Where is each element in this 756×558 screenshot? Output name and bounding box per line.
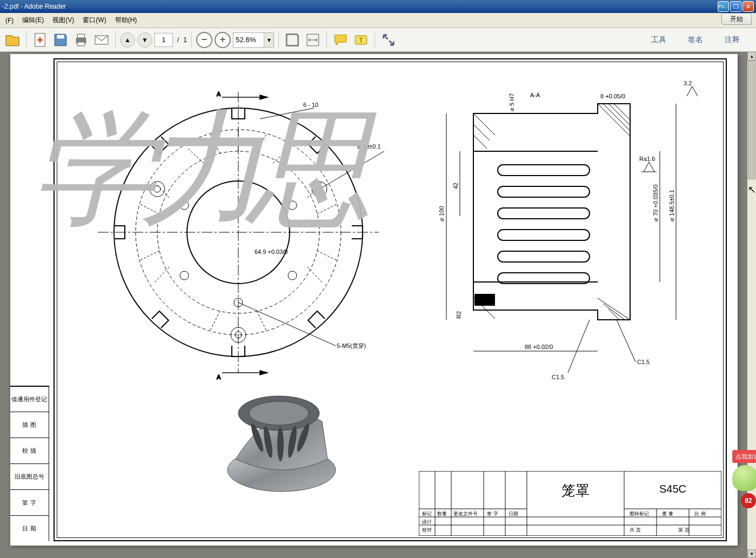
svg-line-69 [608,104,630,125]
svg-text:⌀ 10±0.1: ⌀ 10±0.1 [357,143,381,150]
svg-line-28 [257,134,266,153]
svg-text:⌀ 148.5±0.1: ⌀ 148.5±0.1 [668,190,675,221]
zoom-combo[interactable]: ▾ [233,32,274,48]
svg-text:图样标记: 图样标记 [630,511,649,516]
close-button[interactable]: ✕ [742,1,754,12]
minimize-button[interactable]: Po... [718,1,729,12]
svg-text:Ra1.6: Ra1.6 [639,156,655,162]
widget-bubble[interactable]: 点我加速 [732,450,756,463]
svg-marker-42 [260,95,267,99]
front-view: A A ⌀ 10±0.1 6 - 10 64.9 +0.03/0 5-M5(贯穿… [87,81,390,384]
svg-line-52 [238,302,336,346]
svg-rect-59 [498,186,590,197]
fit-width-button[interactable] [304,31,322,49]
highlight-button[interactable]: T [352,31,370,49]
svg-line-47 [319,151,384,189]
save-copy-button[interactable] [283,31,302,49]
svg-text:6 - 10: 6 - 10 [303,102,318,108]
side-row: 旧底图总号 [10,463,49,489]
zoom-dropdown[interactable]: ▾ [264,33,273,47]
svg-line-37 [307,267,323,283]
menu-window[interactable]: 窗口(W) [78,14,110,27]
window-title: -2.pdf - Adobe Reader [2,3,718,10]
document-viewport[interactable]: A A ⌀ 10±0.1 6 - 10 64.9 +0.03/0 5-M5(贯穿… [0,52,747,558]
svg-text:日期: 日期 [509,511,518,516]
svg-point-23 [180,271,189,280]
svg-text:数量: 数量 [437,511,447,516]
window-titlebar: -2.pdf - Adobe Reader Po... ❐ ✕ [0,0,756,13]
page-total: 1 [183,36,187,44]
svg-text:⌀ 70 +0.035/0: ⌀ 70 +0.035/0 [652,185,659,221]
accelerator-widget[interactable]: 点我加速 82 [732,450,756,515]
svg-text:42: 42 [452,183,459,189]
save-button[interactable] [51,31,70,49]
widget-badge[interactable]: 82 [741,493,756,508]
svg-text:笼罩: 笼罩 [561,483,590,499]
svg-line-88 [617,320,635,362]
menu-help[interactable]: 帮助(H) [111,14,142,27]
page-up-button[interactable]: ▲ [120,32,135,48]
scroll-thumb[interactable] [748,60,755,179]
svg-rect-3 [77,34,84,38]
print-button[interactable] [72,31,90,49]
create-pdf-button[interactable] [31,31,49,49]
svg-text:C1.5: C1.5 [637,359,650,365]
open-button[interactable] [3,31,22,49]
svg-text:3.2: 3.2 [684,81,692,86]
menu-view[interactable]: 视图(V) [48,14,78,27]
scroll-down-button[interactable]: ▾ [747,549,756,558]
svg-point-100 [277,427,284,461]
svg-text:88 +0.02/0: 88 +0.02/0 [525,344,553,350]
fullscreen-button[interactable] [379,31,398,49]
widget-mascot-icon[interactable] [732,465,756,491]
svg-line-68 [603,104,630,131]
start-button[interactable]: 开始 [721,13,752,25]
svg-line-27 [210,134,220,153]
svg-line-36 [317,251,337,260]
page-down-button[interactable]: ▼ [137,32,152,48]
svg-text:比 例: 比 例 [694,511,706,516]
sign-panel-link[interactable]: 签名 [684,33,707,47]
svg-text:校对: 校对 [422,527,432,533]
comment-button[interactable] [331,31,350,49]
email-button[interactable] [92,31,111,49]
svg-text:C1.5: C1.5 [552,374,564,380]
side-row: 签 字 [10,489,49,515]
svg-line-49 [260,108,314,119]
svg-rect-4 [77,42,84,46]
svg-text:8 +0.05/0: 8 +0.05/0 [600,93,625,99]
svg-point-15 [150,181,165,197]
svg-line-33 [154,267,169,283]
svg-line-32 [140,251,159,260]
page-separator: / [175,36,181,44]
svg-text:共 页: 共 页 [630,527,641,533]
section-view: A-A 3.2 [422,81,703,384]
svg-line-30 [273,148,289,163]
svg-rect-62 [498,251,590,262]
svg-text:64.9 +0.03/0: 64.9 +0.03/0 [255,248,287,255]
maximize-button[interactable]: ❐ [730,1,741,12]
svg-text:5-M5(贯穿): 5-M5(贯穿) [337,342,366,349]
pdf-page: A A ⌀ 10±0.1 6 - 10 64.9 +0.03/0 5-M5(贯穿… [10,54,738,546]
page-number-input[interactable] [155,33,173,47]
svg-text:设计: 设计 [422,519,432,525]
menubar: (F) 编辑(E) 视图(V) 窗口(W) 帮助(H) [0,13,756,28]
svg-text:A-A: A-A [530,92,540,98]
zoom-value-input[interactable] [233,33,264,47]
zoom-in-button[interactable]: + [215,32,231,48]
tools-panel-link[interactable]: 工具 [647,33,671,47]
side-row: 校 描 [10,438,49,463]
svg-line-39 [210,311,220,331]
annotate-panel-link[interactable]: 注释 [720,33,744,47]
scroll-up-button[interactable]: ▴ [747,52,756,60]
side-revision-table: 借通用件登记 描 图 校 描 旧底图总号 签 字 日 期 [10,386,49,541]
zoom-out-button[interactable]: − [196,32,212,48]
svg-line-65 [473,124,490,140]
svg-text:⌀ 100: ⌀ 100 [438,206,445,221]
svg-text:更改文件号: 更改文件号 [453,511,478,516]
menu-edit[interactable]: 编辑(E) [18,14,48,27]
svg-rect-1 [57,35,64,38]
menu-file[interactable]: (F) [1,15,18,26]
svg-rect-75 [475,294,494,305]
svg-text:⌀ 5 H7: ⌀ 5 H7 [509,93,515,111]
